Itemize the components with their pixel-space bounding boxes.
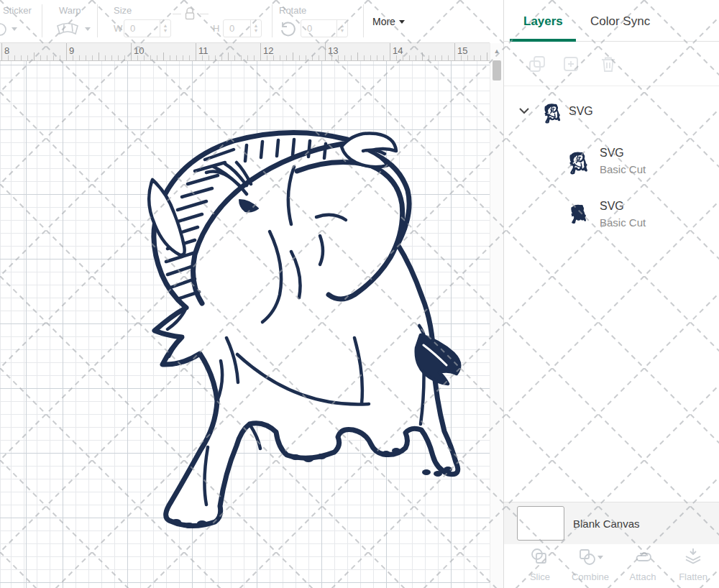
more-caret-icon — [399, 20, 405, 24]
app-window: Sticker Warp Size W 0 ▲▼ H — [0, 0, 719, 588]
toolbar-divider — [272, 4, 273, 37]
attach-icon — [633, 547, 653, 567]
rotate-input[interactable]: 0 ▲▼ — [301, 19, 348, 37]
layer-row[interactable]: SVG Basic Cut — [504, 194, 719, 243]
chevron-down-icon[interactable] — [518, 106, 530, 119]
layer-name: SVG — [600, 200, 624, 213]
height-label: H — [213, 23, 219, 34]
combine-button[interactable]: Combine — [565, 547, 615, 582]
lock-link-line — [173, 14, 181, 14]
rotate-section-label: Rotate — [279, 5, 306, 16]
ruler-number: 15 — [457, 45, 467, 56]
ruler-number: 13 — [328, 45, 338, 56]
flatten-icon — [683, 547, 703, 567]
scrollbar-thumb[interactable] — [493, 60, 501, 81]
sticker-caret-icon[interactable] — [12, 27, 17, 31]
blank-canvas-thumbnail — [517, 506, 564, 541]
combine-icon — [577, 547, 597, 567]
layer-type: Basic Cut — [600, 163, 646, 175]
canvas-scrollbar[interactable]: ▲ — [490, 43, 503, 588]
layer-tools — [504, 45, 719, 86]
width-stepper[interactable]: ▲▼ — [160, 20, 170, 37]
attach-button[interactable]: Attach — [618, 547, 668, 582]
rotate-icon[interactable] — [279, 20, 298, 40]
layer-thumbnail-solid — [567, 201, 587, 227]
blank-canvas-row[interactable]: Blank Canvas — [504, 502, 719, 544]
layer-group-name: SVG — [569, 105, 593, 118]
height-value[interactable]: 0 — [224, 20, 250, 37]
toolbar-divider — [97, 4, 98, 37]
elephant-design[interactable] — [0, 61, 490, 588]
layer-thumbnail-outline — [564, 148, 589, 178]
design-canvas[interactable] — [0, 61, 490, 588]
tab-layers[interactable]: Layers — [523, 14, 563, 29]
slice-button[interactable]: Slice — [515, 547, 565, 582]
slice-label: Slice — [515, 571, 565, 582]
toolbar-divider — [42, 4, 42, 37]
warp-icon[interactable] — [55, 22, 82, 40]
duplicate-icon[interactable] — [528, 55, 546, 76]
height-stepper[interactable]: ▲▼ — [250, 20, 261, 37]
more-button[interactable]: More — [372, 16, 405, 27]
blank-canvas-label: Blank Canvas — [573, 518, 640, 530]
lock-icon[interactable] — [184, 6, 196, 24]
scroll-up-icon[interactable]: ▲ — [490, 47, 503, 55]
lock-link-line — [200, 14, 209, 14]
horizontal-ruler: 8 9 10 11 12 13 14 15 — [0, 42, 490, 61]
ruler-number: 11 — [198, 45, 209, 56]
layer-actions-bar: Slice Combine Attach — [504, 544, 719, 588]
active-tab-underline — [510, 39, 576, 42]
flatten-button[interactable]: Flatten — [668, 547, 718, 582]
layers-panel: Layers Color Sync — [503, 0, 719, 588]
width-input[interactable]: 0 ▲▼ — [124, 19, 171, 37]
panel-tabbar: Layers Color Sync — [504, 0, 719, 42]
layer-name: SVG — [600, 147, 624, 160]
ruler-number: 12 — [263, 45, 273, 56]
width-value[interactable]: 0 — [124, 20, 160, 37]
ruler-number: 8 — [4, 45, 9, 56]
more-label: More — [372, 16, 395, 27]
ruler-number: 10 — [134, 45, 144, 56]
toolbar-divider — [363, 4, 364, 37]
warp-caret-icon[interactable] — [85, 27, 91, 31]
layer-type: Basic Cut — [600, 216, 646, 229]
warp-section-label: Warp — [59, 5, 81, 16]
size-section-label: Size — [114, 5, 132, 16]
sticker-section-label: Sticker — [3, 5, 32, 16]
layer-group-row[interactable]: SVG — [504, 95, 719, 134]
rotate-value[interactable]: 0 — [301, 20, 336, 37]
add-layer-icon[interactable] — [562, 55, 580, 76]
rotate-stepper[interactable]: ▲▼ — [336, 20, 347, 37]
layer-thumbnail-outline — [540, 101, 562, 127]
sticker-dropdown-icon[interactable] — [0, 22, 10, 40]
delete-icon[interactable] — [599, 55, 618, 76]
combine-label: Combine — [565, 571, 615, 582]
attach-label: Attach — [618, 571, 668, 582]
slice-icon — [530, 547, 550, 567]
height-input[interactable]: 0 ▲▼ — [223, 19, 262, 37]
flatten-label: Flatten — [668, 571, 718, 582]
layer-row[interactable]: SVG Basic Cut — [504, 141, 719, 190]
ruler-number: 14 — [393, 45, 403, 56]
combine-caret-icon — [597, 556, 603, 559]
ruler-number: 9 — [69, 45, 74, 56]
top-toolbar: Sticker Warp Size W 0 ▲▼ H — [0, 0, 503, 42]
width-label: W — [114, 23, 122, 34]
tab-color-sync[interactable]: Color Sync — [590, 14, 650, 29]
